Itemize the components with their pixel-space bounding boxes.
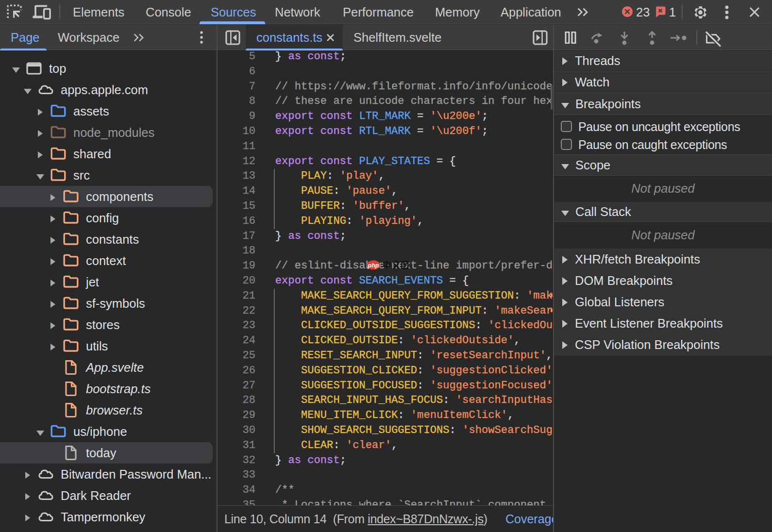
svg-text:php: php [368, 262, 379, 269]
